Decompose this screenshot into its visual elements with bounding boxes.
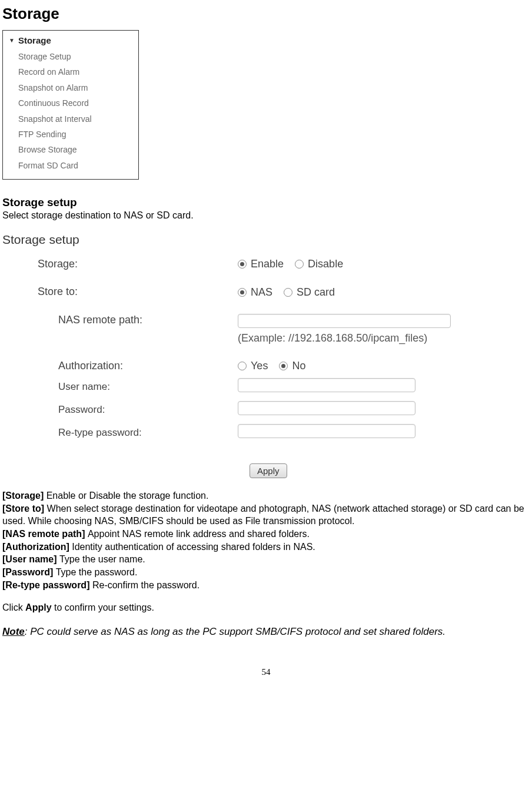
menu-item: Snapshot at Interval [18,111,138,127]
def-auth-text: Identity authentication of accessing sha… [72,542,315,552]
repassword-label: Re-type password: [2,427,238,439]
menu-item: Format SD Card [18,158,138,173]
storage-label: Storage: [2,258,238,270]
radio-storage-disable[interactable] [295,260,304,269]
radio-storeto-nas-label: NAS [251,286,272,298]
def-storeto-key: [Store to] [2,503,47,514]
def-storage-key: [Storage] [2,491,46,501]
def-password-text: Type the password. [56,567,138,577]
radio-storage-enable[interactable] [238,260,247,269]
def-password-key: [Password] [2,567,56,577]
menu-item: Record on Alarm [18,64,138,79]
password-label: Password: [2,404,238,416]
menu-item: Snapshot on Alarm [18,80,138,95]
menu-item: Continuous Record [18,95,138,111]
click-apply-text-post: to confirm your settings. [52,602,154,612]
def-repassword-text: Re-confirm the password. [92,580,200,590]
storeto-label: Store to: [2,286,238,298]
def-username-key: [User name] [2,554,59,564]
def-storeto-text: When select storage destination for vide… [2,503,524,526]
radio-storage-disable-label: Disable [308,258,343,270]
menu-item: FTP Sending [18,127,138,142]
definitions-block: [Storage] Enable or Disable the storage … [2,490,530,614]
def-naspath-text: Appoint NAS remote link address and shar… [88,529,310,539]
password-input[interactable] [238,401,415,415]
page-title: Storage [2,5,530,23]
note-body: : PC could serve as NAS as long as the P… [25,626,445,637]
username-label: User name: [2,381,238,393]
radio-storage-enable-label: Enable [251,258,284,270]
radio-auth-yes[interactable] [238,362,247,370]
note-label: Note [2,626,25,637]
storage-setup-form: Storage setup Storage: Enable Disable St… [2,233,503,478]
radio-auth-yes-label: Yes [251,360,268,372]
radio-auth-no[interactable] [279,362,288,370]
naspath-label: NAS remote path: [2,314,238,326]
naspath-input[interactable] [238,314,451,328]
page-number: 54 [2,667,530,677]
storage-setup-heading: Storage setup [2,196,530,209]
radio-auth-no-label: No [292,360,305,372]
storage-menu-figure: ▼ Storage Storage Setup Record on Alarm … [2,30,139,180]
click-apply-word: Apply [25,602,51,612]
def-naspath-key: [NAS remote path] [2,529,88,539]
menu-header: ▼ Storage [3,34,138,49]
form-title: Storage setup [2,233,503,247]
caret-down-icon: ▼ [9,37,15,44]
menu-item: Storage Setup [18,49,138,64]
menu-items: Storage Setup Record on Alarm Snapshot o… [3,49,138,173]
username-input[interactable] [238,378,415,392]
menu-item: Browse Storage [18,142,138,157]
radio-storeto-nas[interactable] [238,288,247,297]
def-auth-key: [Authorization] [2,542,72,552]
click-apply-text-pre: Click [2,602,25,612]
def-username-text: Type the user name. [59,554,145,564]
note-line: Note: PC could serve as NAS as long as t… [2,626,530,638]
authorization-label: Authorization: [2,360,238,372]
def-storage-text: Enable or Disable the storage function. [46,491,209,501]
apply-button[interactable]: Apply [250,463,287,478]
menu-title: Storage [18,35,51,45]
intro-text: Select storage destination to NAS or SD … [2,210,530,221]
radio-storeto-sdcard-label: SD card [297,286,335,298]
repassword-input[interactable] [238,424,415,438]
radio-storeto-sdcard[interactable] [284,288,292,297]
naspath-example: (Example: //192.168.168.50/ipcam_files) [238,332,503,344]
def-repassword-key: [Re-type password] [2,580,92,590]
